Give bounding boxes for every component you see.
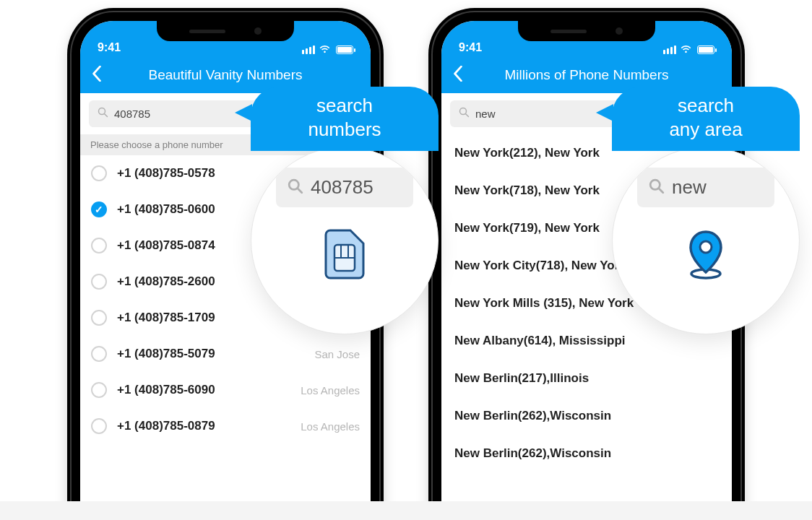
callout-line1: search [634, 94, 778, 118]
city-label: San Jose [314, 348, 360, 360]
phone-number-text: +1 (408)785-5079 [117, 347, 304, 361]
callout-search-area: search any area new [612, 87, 800, 334]
callout-search-box: new [637, 168, 774, 207]
city-row[interactable]: New Berlin(262),Wisconsin [441, 397, 732, 435]
callout-search-box: 408785 [276, 168, 413, 207]
signal-icon [302, 46, 315, 54]
svg-line-9 [466, 114, 469, 117]
svg-point-8 [460, 108, 467, 115]
phone-number-row[interactable]: +1 (408)785-6090Los Angeles [80, 372, 371, 408]
radio-selector[interactable] [91, 274, 107, 290]
svg-point-0 [99, 108, 105, 115]
svg-line-3 [298, 188, 302, 193]
callout-query: new [672, 176, 707, 199]
callout-line2: any area [634, 118, 778, 142]
search-icon [288, 178, 303, 197]
notch [157, 21, 294, 41]
radio-selector[interactable] [91, 346, 107, 362]
city-label: Los Angeles [301, 384, 360, 396]
callout-query: 408785 [311, 176, 373, 199]
city-label: Los Angeles [301, 420, 360, 433]
svg-line-1 [105, 114, 108, 117]
battery-icon [697, 46, 714, 54]
search-icon [459, 107, 470, 121]
sim-card-icon [324, 229, 365, 282]
callout-circle: 408785 [251, 147, 439, 334]
radio-selector[interactable] [91, 310, 107, 326]
wifi-icon [680, 45, 692, 54]
callout-search-numbers: search numbers 408785 [251, 87, 439, 334]
callout-line2: numbers [272, 118, 417, 142]
battery-icon [336, 46, 353, 54]
phone-number-text: +1 (408)785-0879 [117, 419, 290, 433]
search-icon [98, 107, 108, 121]
wifi-icon [319, 45, 331, 54]
callout-line1: search [272, 94, 417, 118]
radio-selector[interactable] [91, 382, 107, 398]
search-icon [649, 178, 665, 197]
radio-selector[interactable] [91, 202, 107, 217]
phone-number-row[interactable]: +1 (408)785-0879Los Angeles [80, 408, 371, 444]
page-title: Millions of Phone Numbers [453, 67, 720, 83]
city-row[interactable]: New Berlin(262),Wisconsin [441, 435, 732, 472]
city-row[interactable]: New Berlin(217),Illinois [441, 360, 732, 397]
radio-selector[interactable] [91, 238, 107, 254]
page-title: Beautiful Vanity Numbers [92, 67, 359, 83]
svg-point-13 [700, 241, 712, 253]
radio-selector[interactable] [91, 165, 107, 181]
statusbar-time: 9:41 [459, 41, 482, 54]
statusbar-time: 9:41 [98, 41, 121, 54]
svg-line-11 [659, 188, 663, 193]
radio-selector[interactable] [91, 418, 107, 434]
notch [518, 21, 655, 41]
callout-circle: new [612, 147, 800, 334]
phone-number-text: +1 (408)785-6090 [117, 383, 290, 397]
footer-strip [0, 501, 812, 520]
callout-label: search numbers [251, 87, 439, 151]
callout-label: search any area [612, 87, 800, 151]
location-pin-icon [683, 229, 728, 284]
phone-number-row[interactable]: +1 (408)785-5079San Jose [80, 336, 371, 372]
signal-icon [663, 46, 676, 54]
